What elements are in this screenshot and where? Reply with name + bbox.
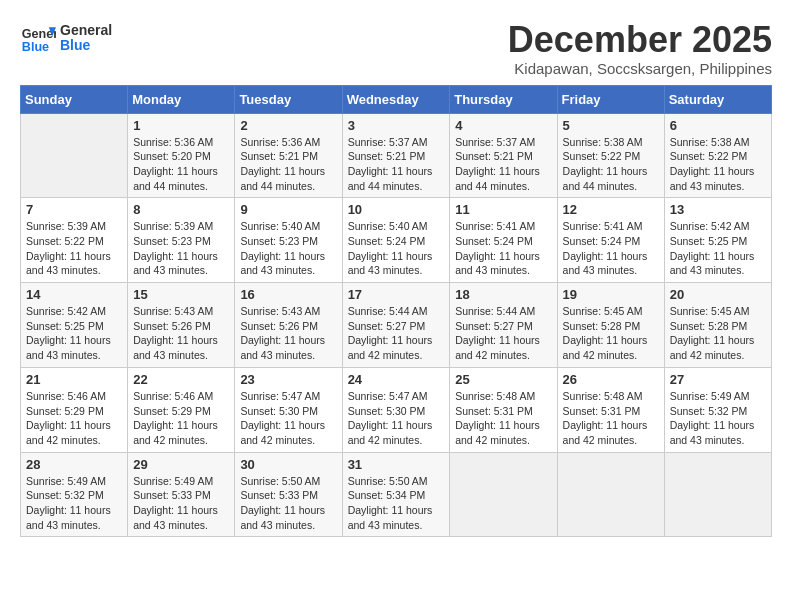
calendar-cell: 5Sunrise: 5:38 AM Sunset: 5:22 PM Daylig… [557,113,664,198]
day-info: Sunrise: 5:46 AM Sunset: 5:29 PM Dayligh… [26,389,122,448]
calendar-cell: 27Sunrise: 5:49 AM Sunset: 5:32 PM Dayli… [664,367,771,452]
calendar-week-5: 28Sunrise: 5:49 AM Sunset: 5:32 PM Dayli… [21,452,772,537]
col-header-sunday: Sunday [21,85,128,113]
day-number: 23 [240,372,336,387]
day-info: Sunrise: 5:39 AM Sunset: 5:23 PM Dayligh… [133,219,229,278]
day-number: 12 [563,202,659,217]
day-number: 29 [133,457,229,472]
day-number: 25 [455,372,551,387]
day-number: 30 [240,457,336,472]
calendar-cell: 10Sunrise: 5:40 AM Sunset: 5:24 PM Dayli… [342,198,450,283]
calendar-cell: 16Sunrise: 5:43 AM Sunset: 5:26 PM Dayli… [235,283,342,368]
page-header: General Blue General Blue December 2025 … [20,20,772,77]
day-info: Sunrise: 5:49 AM Sunset: 5:32 PM Dayligh… [670,389,766,448]
day-number: 28 [26,457,122,472]
calendar-cell: 31Sunrise: 5:50 AM Sunset: 5:34 PM Dayli… [342,452,450,537]
calendar-table: SundayMondayTuesdayWednesdayThursdayFrid… [20,85,772,538]
day-number: 3 [348,118,445,133]
day-info: Sunrise: 5:45 AM Sunset: 5:28 PM Dayligh… [670,304,766,363]
calendar-header-row: SundayMondayTuesdayWednesdayThursdayFrid… [21,85,772,113]
day-number: 21 [26,372,122,387]
calendar-cell: 28Sunrise: 5:49 AM Sunset: 5:32 PM Dayli… [21,452,128,537]
day-info: Sunrise: 5:43 AM Sunset: 5:26 PM Dayligh… [133,304,229,363]
day-number: 17 [348,287,445,302]
calendar-cell: 13Sunrise: 5:42 AM Sunset: 5:25 PM Dayli… [664,198,771,283]
logo: General Blue General Blue [20,20,112,56]
day-info: Sunrise: 5:48 AM Sunset: 5:31 PM Dayligh… [455,389,551,448]
day-number: 7 [26,202,122,217]
day-info: Sunrise: 5:47 AM Sunset: 5:30 PM Dayligh… [240,389,336,448]
day-info: Sunrise: 5:38 AM Sunset: 5:22 PM Dayligh… [670,135,766,194]
day-info: Sunrise: 5:49 AM Sunset: 5:32 PM Dayligh… [26,474,122,533]
calendar-cell: 18Sunrise: 5:44 AM Sunset: 5:27 PM Dayli… [450,283,557,368]
day-number: 24 [348,372,445,387]
day-info: Sunrise: 5:38 AM Sunset: 5:22 PM Dayligh… [563,135,659,194]
day-info: Sunrise: 5:43 AM Sunset: 5:26 PM Dayligh… [240,304,336,363]
calendar-cell [664,452,771,537]
calendar-cell [450,452,557,537]
day-info: Sunrise: 5:40 AM Sunset: 5:24 PM Dayligh… [348,219,445,278]
day-number: 22 [133,372,229,387]
calendar-cell: 2Sunrise: 5:36 AM Sunset: 5:21 PM Daylig… [235,113,342,198]
day-number: 26 [563,372,659,387]
calendar-cell: 25Sunrise: 5:48 AM Sunset: 5:31 PM Dayli… [450,367,557,452]
day-info: Sunrise: 5:50 AM Sunset: 5:34 PM Dayligh… [348,474,445,533]
calendar-cell: 22Sunrise: 5:46 AM Sunset: 5:29 PM Dayli… [128,367,235,452]
calendar-cell: 15Sunrise: 5:43 AM Sunset: 5:26 PM Dayli… [128,283,235,368]
calendar-cell: 23Sunrise: 5:47 AM Sunset: 5:30 PM Dayli… [235,367,342,452]
day-number: 19 [563,287,659,302]
calendar-cell: 1Sunrise: 5:36 AM Sunset: 5:20 PM Daylig… [128,113,235,198]
day-info: Sunrise: 5:41 AM Sunset: 5:24 PM Dayligh… [455,219,551,278]
day-number: 14 [26,287,122,302]
calendar-cell: 26Sunrise: 5:48 AM Sunset: 5:31 PM Dayli… [557,367,664,452]
day-number: 15 [133,287,229,302]
calendar-cell: 8Sunrise: 5:39 AM Sunset: 5:23 PM Daylig… [128,198,235,283]
calendar-week-1: 1Sunrise: 5:36 AM Sunset: 5:20 PM Daylig… [21,113,772,198]
day-number: 10 [348,202,445,217]
title-area: December 2025 Kidapawan, Soccsksargen, P… [508,20,772,77]
day-info: Sunrise: 5:49 AM Sunset: 5:33 PM Dayligh… [133,474,229,533]
day-number: 20 [670,287,766,302]
day-number: 31 [348,457,445,472]
day-number: 27 [670,372,766,387]
day-info: Sunrise: 5:41 AM Sunset: 5:24 PM Dayligh… [563,219,659,278]
calendar-cell [21,113,128,198]
col-header-wednesday: Wednesday [342,85,450,113]
day-info: Sunrise: 5:48 AM Sunset: 5:31 PM Dayligh… [563,389,659,448]
calendar-cell: 4Sunrise: 5:37 AM Sunset: 5:21 PM Daylig… [450,113,557,198]
day-info: Sunrise: 5:39 AM Sunset: 5:22 PM Dayligh… [26,219,122,278]
col-header-saturday: Saturday [664,85,771,113]
calendar-cell: 12Sunrise: 5:41 AM Sunset: 5:24 PM Dayli… [557,198,664,283]
day-info: Sunrise: 5:44 AM Sunset: 5:27 PM Dayligh… [348,304,445,363]
calendar-cell: 14Sunrise: 5:42 AM Sunset: 5:25 PM Dayli… [21,283,128,368]
calendar-cell: 20Sunrise: 5:45 AM Sunset: 5:28 PM Dayli… [664,283,771,368]
day-info: Sunrise: 5:47 AM Sunset: 5:30 PM Dayligh… [348,389,445,448]
calendar-cell [557,452,664,537]
logo-blue-text: Blue [60,38,112,53]
day-number: 13 [670,202,766,217]
day-number: 1 [133,118,229,133]
day-info: Sunrise: 5:44 AM Sunset: 5:27 PM Dayligh… [455,304,551,363]
col-header-thursday: Thursday [450,85,557,113]
calendar-cell: 9Sunrise: 5:40 AM Sunset: 5:23 PM Daylig… [235,198,342,283]
day-number: 6 [670,118,766,133]
day-info: Sunrise: 5:42 AM Sunset: 5:25 PM Dayligh… [26,304,122,363]
calendar-week-4: 21Sunrise: 5:46 AM Sunset: 5:29 PM Dayli… [21,367,772,452]
calendar-cell: 17Sunrise: 5:44 AM Sunset: 5:27 PM Dayli… [342,283,450,368]
day-number: 4 [455,118,551,133]
logo-general-text: General [60,23,112,38]
day-info: Sunrise: 5:45 AM Sunset: 5:28 PM Dayligh… [563,304,659,363]
day-number: 9 [240,202,336,217]
day-number: 2 [240,118,336,133]
day-info: Sunrise: 5:46 AM Sunset: 5:29 PM Dayligh… [133,389,229,448]
day-info: Sunrise: 5:37 AM Sunset: 5:21 PM Dayligh… [455,135,551,194]
day-info: Sunrise: 5:36 AM Sunset: 5:20 PM Dayligh… [133,135,229,194]
day-number: 8 [133,202,229,217]
day-info: Sunrise: 5:36 AM Sunset: 5:21 PM Dayligh… [240,135,336,194]
location-subtitle: Kidapawan, Soccsksargen, Philippines [508,60,772,77]
calendar-cell: 30Sunrise: 5:50 AM Sunset: 5:33 PM Dayli… [235,452,342,537]
calendar-cell: 6Sunrise: 5:38 AM Sunset: 5:22 PM Daylig… [664,113,771,198]
calendar-cell: 7Sunrise: 5:39 AM Sunset: 5:22 PM Daylig… [21,198,128,283]
calendar-cell: 19Sunrise: 5:45 AM Sunset: 5:28 PM Dayli… [557,283,664,368]
day-info: Sunrise: 5:50 AM Sunset: 5:33 PM Dayligh… [240,474,336,533]
